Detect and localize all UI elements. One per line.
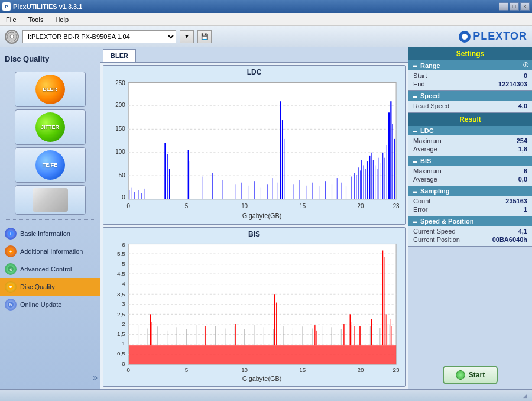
svg-text:3,5: 3,5 bbox=[117, 290, 125, 297]
tab-bler[interactable]: BLER bbox=[103, 49, 136, 62]
bis-result-header[interactable]: ▬ BIS bbox=[408, 156, 532, 166]
start-btn-area: Start bbox=[408, 361, 532, 389]
range-end-value: 12214303 bbox=[498, 80, 527, 88]
sampling-error-row: Error 1 bbox=[413, 205, 527, 214]
disc-btn-jitter[interactable]: JITTER bbox=[15, 109, 86, 145]
svg-rect-152 bbox=[274, 294, 275, 345]
speed-position-collapse[interactable]: ▬ bbox=[412, 218, 418, 224]
disc-buttons: BLER JITTER TE/FE bbox=[0, 69, 100, 217]
advanced-control-label: Advanced Control bbox=[20, 266, 72, 273]
sampling-header[interactable]: ▬ Sampling bbox=[408, 186, 532, 196]
sidebar-item-basic-info[interactable]: i Basic Information bbox=[0, 225, 100, 242]
svg-rect-35 bbox=[144, 189, 145, 199]
svg-rect-163 bbox=[390, 319, 390, 345]
dropdown-button[interactable]: ▼ bbox=[180, 30, 194, 43]
maximize-button[interactable]: □ bbox=[510, 2, 519, 11]
ldc-chart-panel: LDC 0 50 100 150 bbox=[103, 65, 406, 225]
start-button[interactable]: Start bbox=[443, 366, 498, 384]
ldc-max-value: 254 bbox=[517, 137, 527, 144]
sidebar-item-additional-info[interactable]: + Additional Information bbox=[0, 242, 100, 260]
resize-handle[interactable]: ◢ bbox=[523, 393, 527, 399]
ldc-chart-svg: 0 50 100 150 200 250 0 5 10 15 20 23 bbox=[106, 79, 403, 222]
svg-text:10: 10 bbox=[241, 367, 248, 373]
svg-text:Gigabyte(GB): Gigabyte(GB) bbox=[242, 374, 282, 381]
content-area: BLER LDC 0 50 bbox=[100, 47, 408, 389]
svg-rect-66 bbox=[354, 173, 355, 199]
svg-rect-161 bbox=[386, 314, 387, 345]
svg-point-1 bbox=[10, 35, 14, 38]
ldc-result-body: Maximum 254 Average 1,8 bbox=[408, 135, 532, 156]
window-controls[interactable]: _ □ × bbox=[499, 2, 530, 11]
svg-text:0,5: 0,5 bbox=[117, 350, 125, 357]
bis-result-label: BIS bbox=[420, 157, 431, 164]
svg-rect-46 bbox=[248, 186, 248, 199]
disc-btn-scratch[interactable] bbox=[15, 185, 86, 215]
app-title: PlexUTILITIES v1.3.3.1 bbox=[13, 3, 82, 10]
svg-rect-69 bbox=[360, 170, 361, 199]
speed-collapse-btn[interactable]: ▬ bbox=[412, 93, 418, 99]
svg-rect-45 bbox=[241, 183, 242, 199]
ldc-result-collapse[interactable]: ▬ bbox=[412, 128, 418, 134]
menu-tools[interactable]: Tools bbox=[25, 15, 47, 24]
svg-text:2,5: 2,5 bbox=[117, 311, 125, 318]
svg-text:4: 4 bbox=[122, 280, 125, 287]
disc-scratch-icon bbox=[33, 188, 68, 212]
bis-max-row: Maximum 6 bbox=[413, 167, 527, 175]
svg-rect-165 bbox=[350, 314, 351, 345]
sidebar-header: Disc Quality bbox=[0, 52, 100, 68]
range-start-label: Start bbox=[413, 72, 427, 79]
expand-sidebar-icon[interactable]: » bbox=[93, 373, 98, 382]
svg-text:5,5: 5,5 bbox=[117, 250, 125, 257]
sampling-error-label: Error bbox=[413, 206, 427, 213]
sampling-section: ▬ Sampling Count 235163 Error 1 bbox=[408, 186, 532, 216]
svg-rect-87 bbox=[387, 145, 387, 199]
range-body: Start 0 End 12214303 bbox=[408, 70, 532, 90]
svg-text:23: 23 bbox=[393, 202, 400, 209]
bis-max-value: 6 bbox=[524, 167, 527, 174]
disc-btn-bler[interactable]: BLER bbox=[15, 72, 86, 107]
read-speed-row: Read Speed 4,0 bbox=[413, 102, 527, 110]
bis-result-collapse[interactable]: ▬ bbox=[412, 158, 418, 164]
ldc-chart-title: LDC bbox=[103, 66, 405, 79]
ldc-result-section: ▬ LDC Maximum 254 Average 1,8 bbox=[408, 126, 532, 156]
svg-rect-71 bbox=[363, 165, 364, 199]
svg-text:100: 100 bbox=[115, 148, 125, 156]
range-section: ▬ Range ⓘ Start 0 End 12214303 bbox=[408, 60, 532, 91]
svg-rect-153 bbox=[276, 302, 277, 345]
minimize-button[interactable]: _ bbox=[499, 2, 508, 11]
ldc-result-header[interactable]: ▬ LDC bbox=[408, 126, 532, 135]
range-section-header[interactable]: ▬ Range ⓘ bbox=[408, 60, 532, 70]
svg-rect-167 bbox=[354, 326, 355, 345]
ldc-max-label: Maximum bbox=[413, 137, 442, 144]
sampling-count-value: 235163 bbox=[505, 198, 527, 205]
sampling-collapse[interactable]: ▬ bbox=[412, 188, 418, 194]
svg-rect-149 bbox=[151, 322, 151, 345]
speed-position-header[interactable]: ▬ Speed & Position bbox=[408, 216, 532, 226]
toolbar: I:PLEXTOR BD-R PX-B950SA 1.04 ▼ 💾 PLEXTO… bbox=[0, 26, 532, 47]
sidebar-item-disc-quality[interactable]: Disc Quality bbox=[0, 278, 100, 296]
svg-rect-33 bbox=[138, 190, 139, 199]
sidebar-footer: » bbox=[0, 370, 100, 384]
range-collapse-btn[interactable]: ▬ bbox=[412, 63, 418, 69]
result-header: Result bbox=[408, 113, 532, 126]
plextor-logo: PLEXTOR bbox=[459, 30, 527, 43]
close-button[interactable]: × bbox=[520, 2, 530, 11]
sidebar-item-online-update[interactable]: ↻ Online Update bbox=[0, 296, 100, 313]
disc-btn-tefe[interactable]: TE/FE bbox=[15, 147, 86, 183]
ldc-avg-label: Average bbox=[413, 145, 437, 153]
sidebar-item-advanced-control[interactable]: ⚙ Advanced Control bbox=[0, 260, 100, 278]
drive-select[interactable]: I:PLEXTOR BD-R PX-B950SA 1.04 bbox=[22, 30, 176, 43]
svg-rect-154 bbox=[314, 325, 315, 345]
ldc-avg-row: Average 1,8 bbox=[413, 145, 527, 153]
svg-rect-53 bbox=[282, 120, 283, 199]
menu-file[interactable]: File bbox=[2, 15, 20, 24]
menu-help[interactable]: Help bbox=[51, 15, 72, 24]
save-button[interactable]: 💾 bbox=[197, 30, 212, 43]
read-speed-label: Read Speed bbox=[413, 102, 449, 109]
range-start-value: 0 bbox=[524, 72, 527, 79]
range-label: Range bbox=[420, 62, 440, 69]
svg-rect-51 bbox=[277, 183, 277, 199]
ldc-avg-value: 1,8 bbox=[518, 145, 527, 153]
svg-text:0: 0 bbox=[122, 193, 125, 200]
speed-section-header[interactable]: ▬ Speed bbox=[408, 91, 532, 101]
